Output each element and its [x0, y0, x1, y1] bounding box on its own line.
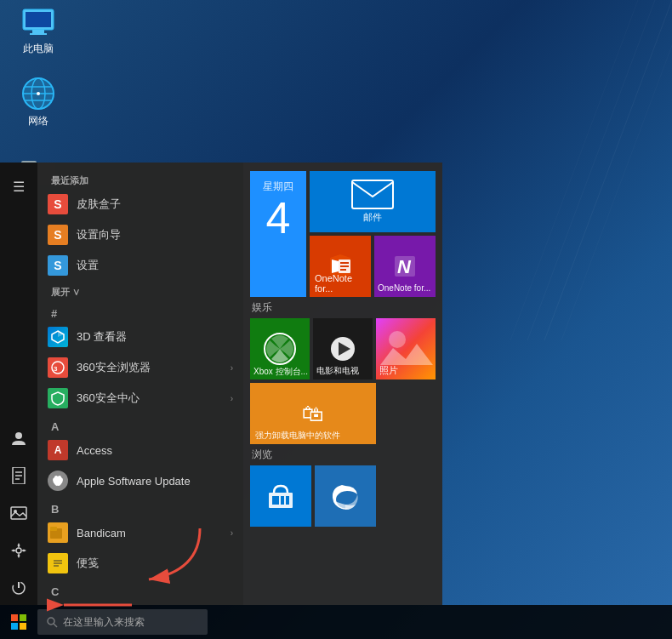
access-icon: A — [48, 440, 68, 460]
settings-button[interactable] — [2, 533, 36, 568]
browse-section-label: 浏览 — [250, 448, 436, 462]
mail-label: 邮件 — [363, 211, 382, 224]
document-button[interactable] — [2, 459, 36, 493]
app-item-skinbox[interactable]: S 皮肤盒子 — [37, 189, 243, 220]
apple-update-label: Apple Software Update — [77, 475, 191, 488]
tiles-panel: 星期四 4 邮件 — [243, 163, 442, 605]
search-placeholder: 在这里输入来搜索 — [63, 615, 145, 630]
360security-icon — [48, 388, 68, 408]
user-button[interactable] — [2, 421, 36, 455]
svg-line-0 — [544, 0, 672, 340]
movies-play-button — [331, 337, 355, 361]
alpha-c: C — [37, 579, 243, 600]
app-item-settings[interactable]: S 设置 — [37, 250, 243, 281]
app-item-access[interactable]: A Access — [37, 435, 243, 465]
tile-uninstall[interactable]: 🛍 强力卸载电脑中的软件 — [250, 383, 376, 444]
tile-office[interactable]: OneNote for... — [310, 236, 371, 297]
tile-movies[interactable]: 电影和电视 — [313, 318, 373, 379]
desktop-icon-network[interactable]: 网络 — [9, 77, 68, 128]
photos-label: 照片 — [379, 364, 398, 377]
xbox-label: Xbox 控制台... — [253, 367, 308, 377]
start-button[interactable] — [0, 605, 37, 639]
svg-rect-52 — [286, 496, 289, 505]
tile-edge[interactable] — [315, 465, 376, 527]
sidebar-icons: ☰ — [0, 163, 37, 605]
svg-rect-7 — [30, 33, 47, 35]
svg-rect-56 — [20, 614, 26, 621]
360security-arrow: › — [231, 394, 233, 403]
office-label: OneNote for... — [315, 273, 371, 294]
svg-point-24 — [16, 548, 21, 553]
svg-rect-51 — [281, 496, 284, 505]
svg-line-60 — [54, 624, 57, 627]
app-item-setup-guide[interactable]: S 设置向导 — [37, 220, 243, 250]
app-item-apple-update[interactable]: Apple Software Update — [37, 465, 243, 496]
onenote-label: OneNote for... — [378, 283, 430, 294]
desktop-icon-this-pc[interactable]: 此电脑 — [9, 4, 68, 56]
this-pc-label: 此电脑 — [23, 42, 54, 56]
tile-store[interactable] — [250, 465, 311, 527]
svg-point-48 — [389, 331, 406, 348]
bandicam-label: Bandicam — [77, 527, 126, 539]
app-item-3d-viewer[interactable]: 3D 查看器 — [37, 322, 243, 352]
tile-onenote[interactable]: N OneNote for... — [374, 236, 436, 297]
app-list-panel: 最近添加 S 皮肤盒子 S 设置向导 S 设置 展开 ∨ # 3D 查看器 3 — [37, 163, 243, 605]
taskbar: 在这里输入来搜索 — [0, 605, 672, 639]
network-label: 网络 — [28, 114, 48, 128]
360browser-label: 360安全浏览器 — [77, 360, 151, 375]
movies-label: 电影和电视 — [316, 365, 359, 377]
search-bar[interactable]: 在这里输入来搜索 — [37, 609, 208, 635]
svg-rect-43 — [340, 269, 346, 271]
app-item-360browser[interactable]: 3 360安全浏览器 › — [37, 352, 243, 383]
entertainment-section-label: 娱乐 — [250, 300, 436, 315]
svg-rect-39 — [352, 180, 393, 208]
decorative-lines — [502, 0, 672, 340]
calendar-day-name: 星期四 — [263, 180, 293, 194]
360security-label: 360安全中心 — [77, 391, 140, 406]
svg-point-14 — [37, 92, 40, 95]
360browser-arrow: › — [231, 363, 233, 373]
skinbox-label: 皮肤盒子 — [77, 197, 121, 212]
svg-rect-58 — [20, 623, 26, 630]
power-button[interactable] — [2, 571, 36, 605]
start-menu: ☰ 最近添加 S 皮肤盒子 S 设置向导 S — [0, 163, 442, 605]
tile-mail[interactable]: 邮件 — [310, 171, 436, 232]
setup-guide-icon: S — [48, 225, 68, 245]
360browser-icon: 3 — [48, 357, 68, 378]
network-icon — [21, 77, 55, 111]
svg-point-59 — [48, 618, 54, 625]
svg-rect-5 — [26, 12, 51, 27]
uninstall-label: 强力卸载电脑中的软件 — [255, 430, 374, 441]
svg-rect-32 — [50, 527, 57, 531]
tile-calendar[interactable]: 星期四 4 — [250, 171, 306, 297]
bandicam-icon — [48, 522, 68, 543]
3d-viewer-label: 3D 查看器 — [77, 329, 127, 345]
alpha-b: B — [37, 496, 243, 517]
settings-app-icon: S — [48, 255, 68, 276]
tile-photos[interactable]: 照片 — [376, 318, 436, 379]
app-item-bandicam[interactable]: Bandicam › — [37, 517, 243, 548]
skinbox-icon: S — [48, 194, 68, 214]
expand-label[interactable]: 展开 ∨ — [37, 281, 243, 300]
3d-viewer-icon — [48, 327, 68, 347]
alpha-a: A — [37, 414, 243, 435]
calendar-day-num: 4 — [266, 194, 291, 242]
alpha-hash: # — [37, 300, 243, 322]
tile-xbox[interactable]: Xbox 控制台... — [250, 318, 310, 379]
app-item-bianjian[interactable]: 便笺 — [37, 548, 243, 579]
pictures-button[interactable] — [2, 496, 36, 530]
svg-line-1 — [527, 0, 655, 340]
svg-rect-22 — [11, 507, 26, 519]
svg-rect-50 — [272, 496, 279, 505]
svg-point-17 — [15, 432, 22, 439]
bianjian-icon — [48, 553, 68, 573]
svg-rect-55 — [11, 614, 18, 621]
access-label: Access — [77, 444, 112, 457]
svg-rect-41 — [340, 262, 349, 264]
bandicam-arrow: › — [231, 528, 233, 538]
app-item-360security[interactable]: 360安全中心 › — [37, 383, 243, 414]
apple-update-icon — [48, 471, 68, 491]
bianjian-label: 便笺 — [77, 556, 99, 571]
hamburger-button[interactable]: ☰ — [2, 169, 36, 203]
svg-rect-6 — [32, 30, 44, 33]
